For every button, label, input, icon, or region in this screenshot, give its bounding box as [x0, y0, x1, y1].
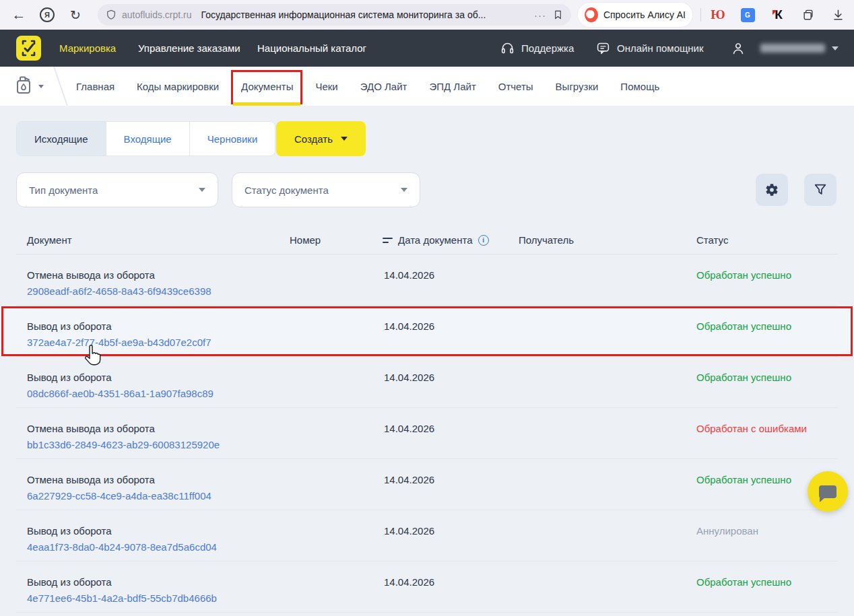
document-status-select[interactable]: Статус документа: [232, 172, 420, 207]
bookmark-icon[interactable]: [553, 9, 563, 21]
address-bar[interactable]: autofluids.crpt.ru Государственная инфор…: [98, 4, 571, 26]
document-date: 14.04.2026: [384, 525, 434, 537]
yandex-browser-icon[interactable]: Я: [36, 0, 58, 30]
tab-diagonal-edge: [53, 67, 69, 106]
subnav-item-documents[interactable]: Документы: [241, 67, 293, 106]
ask-alice-button[interactable]: Спросить Алису AI: [578, 3, 692, 27]
browser-back-icon[interactable]: ←: [8, 0, 30, 30]
headset-icon: [500, 41, 515, 55]
table-settings-button[interactable]: [756, 174, 788, 206]
translate-glyph: G: [741, 8, 755, 22]
gear-icon: [764, 182, 779, 197]
subnav-item-main[interactable]: Главная: [76, 67, 114, 106]
page-title: Государственная информационная система м…: [201, 9, 528, 20]
alice-label: Спросить Алису AI: [603, 9, 686, 20]
chevron-down-icon: [199, 188, 205, 192]
column-date-group[interactable]: Дата документа i: [383, 234, 489, 246]
reload-icon[interactable]: ↻: [65, 0, 86, 30]
document-status-placeholder: Статус документа: [244, 184, 329, 196]
more-actions-icon[interactable]: ···: [534, 9, 546, 21]
subnav-item-help[interactable]: Помощь: [620, 67, 659, 106]
funnel-icon: [813, 182, 828, 197]
document-uuid-link[interactable]: 2908eadf-a6f2-4658-8a43-6f9439ce6398: [27, 285, 211, 297]
table-row[interactable]: Вывод из оборота 08dc866f-ae0b-4351-86a1…: [0, 357, 854, 408]
table-row[interactable]: Отмена вывода из оборота 2908eadf-a6f2-4…: [0, 254, 854, 306]
filter-button[interactable]: [804, 174, 836, 206]
product-category-selector[interactable]: [0, 67, 54, 106]
status-label: Обработан успешно: [696, 269, 791, 281]
sort-icon[interactable]: [383, 238, 393, 243]
document-date: 14.04.2026: [384, 372, 434, 383]
subnav-item-exports[interactable]: Выгрузки: [556, 67, 599, 106]
document-type-text: Вывод из оборота: [27, 372, 112, 383]
table-row[interactable]: Вывод из оборота 4e771ee6-45b1-4a2a-bdf5…: [0, 561, 854, 613]
chestny-znak-logo[interactable]: [16, 36, 41, 61]
document-uuid-link[interactable]: bb1c33d6-2849-4623-ab29-60083125920e: [27, 439, 220, 450]
header-nav-order-management[interactable]: Управление заказами: [138, 30, 240, 67]
table-row[interactable]: Вывод из оборота 4eaa1f73-8da0-4b24-9078…: [0, 510, 854, 561]
status-label: Обработан успешно: [696, 474, 791, 485]
document-type-text: Отмена вывода из оборота: [27, 423, 155, 434]
document-uuid-link[interactable]: 6a227929-cc58-4ce9-a4da-ea38c11ff004: [27, 490, 211, 502]
document-date: 14.04.2026: [384, 576, 434, 588]
online-assistant-button[interactable]: Онлайн помощник: [596, 30, 704, 67]
wallet-extension-icon[interactable]: [797, 0, 819, 30]
subnav-item-receipts[interactable]: Чеки: [315, 67, 337, 106]
document-uuid-link[interactable]: 372ae4a7-2f77-4b5f-ae9a-b43d07e2c0f7: [27, 337, 211, 348]
tab-drafts[interactable]: Черновики: [189, 122, 275, 156]
downloads-icon[interactable]: [827, 0, 849, 30]
subnav-item-reports[interactable]: Отчеты: [498, 67, 533, 106]
header-nav-national-catalog[interactable]: Национальный каталог: [257, 30, 366, 67]
chevron-down-icon: [401, 188, 407, 192]
k-red-wedge: [773, 10, 777, 15]
status-label: Обработан успешно: [696, 320, 791, 332]
chevron-down-icon: [341, 137, 348, 141]
create-button[interactable]: Создать: [276, 121, 366, 156]
translate-extension-icon[interactable]: G: [737, 0, 758, 30]
browser-chrome: ← Я ↻ autofluids.crpt.ru Государственная…: [0, 0, 854, 30]
status-label: Аннулирован: [696, 525, 758, 537]
direction-tabs: Исходящие Входящие Черновики: [16, 121, 275, 156]
chevron-down-icon: [38, 85, 44, 88]
document-type-text: Вывод из оборота: [27, 320, 112, 332]
document-type-placeholder: Тип документа: [29, 184, 98, 196]
toolbar-divider: [700, 8, 701, 22]
column-document: Документ: [27, 234, 72, 246]
column-recipient: Получатель: [519, 234, 574, 246]
user-menu[interactable]: [731, 30, 839, 67]
document-uuid-link[interactable]: 4eaa1f73-8da0-4b24-9078-8ea7d5a6cd04: [27, 541, 217, 553]
table-row[interactable]: Отмена вывода из оборота 6a227929-cc58-4…: [0, 459, 854, 510]
subnav-item-marking-codes[interactable]: Коды маркировки: [137, 67, 219, 106]
chat-bubble-icon: [819, 485, 836, 498]
yandex-letter: Я: [40, 7, 55, 22]
user-name-blurred: [760, 44, 825, 53]
assistant-label: Онлайн помощник: [617, 42, 704, 54]
create-button-label: Создать: [294, 133, 333, 145]
tab-outgoing[interactable]: Исходящие: [17, 122, 106, 156]
status-label: Обработан с ошибками: [696, 423, 807, 434]
info-icon[interactable]: i: [478, 235, 489, 246]
column-date: Дата документа: [398, 234, 473, 246]
subnav: Главная Коды маркировки Документы Чеки Э…: [0, 67, 854, 106]
chat-widget-button[interactable]: [808, 471, 848, 512]
subnav-item-edo-lite[interactable]: ЭДО Лайт: [360, 67, 407, 106]
subnav-item-epd-lite[interactable]: ЭПД Лайт: [429, 67, 475, 106]
app-header: Маркировка Управление заказами Националь…: [0, 30, 854, 67]
table-header: Документ Номер Дата документа i Получате…: [0, 229, 854, 254]
document-type-select[interactable]: Тип документа: [16, 172, 218, 207]
document-type-text: Вывод из оборота: [27, 576, 112, 588]
column-status: Статус: [696, 234, 728, 246]
table-row[interactable]: Отмена вывода из оборота bb1c33d6-2849-4…: [0, 408, 854, 459]
url-host: autofluids.crpt.ru: [122, 9, 192, 20]
k-extension-icon[interactable]: К: [768, 0, 789, 30]
document-uuid-link[interactable]: 4e771ee6-45b1-4a2a-bdf5-55cb7db4666b: [27, 592, 217, 604]
document-uuid-link[interactable]: 08dc866f-ae0b-4351-86a1-1a907fa98c89: [27, 388, 214, 399]
support-button[interactable]: Поддержка: [500, 30, 574, 67]
support-label: Поддержка: [521, 42, 574, 54]
header-nav-markirovka[interactable]: Маркировка: [59, 30, 116, 67]
table-row[interactable]: Вывод из оборота 372ae4a7-2f77-4b5f-ae9a…: [0, 306, 854, 357]
yoomoney-extension-icon[interactable]: Ю: [707, 0, 729, 30]
document-type-text: Отмена вывода из оборота: [27, 269, 155, 281]
oil-canister-icon: [15, 75, 32, 98]
tab-incoming[interactable]: Входящие: [106, 122, 189, 156]
